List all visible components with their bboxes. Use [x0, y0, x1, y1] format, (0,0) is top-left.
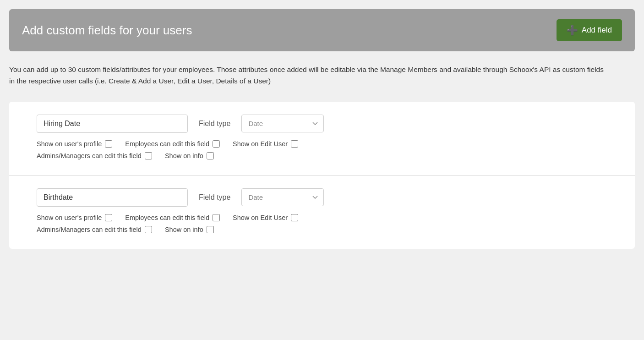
- plus-circle-icon: ➕: [567, 25, 578, 36]
- field-options-row-2: Admins/Managers can edit this field Show…: [37, 152, 607, 159]
- employees-can-edit-option-hiring-date[interactable]: Employees can edit this field: [125, 140, 220, 148]
- show-on-profile-option-hiring-date[interactable]: Show on user's profile: [37, 140, 112, 148]
- show-on-profile-checkbox-birthdate[interactable]: [105, 214, 112, 221]
- admins-can-edit-checkbox-birthdate[interactable]: [145, 226, 152, 233]
- show-on-profile-label: Show on user's profile: [37, 140, 102, 148]
- field-options-row-birthdate-1: Show on user's profile Employees can edi…: [37, 214, 607, 221]
- field-main-row-birthdate: Field type Date Text Number Boolean: [37, 188, 607, 207]
- admins-can-edit-option-birthdate[interactable]: Admins/Managers can edit this field: [37, 226, 152, 233]
- show-on-edit-user-label-birthdate: Show on Edit User: [233, 214, 288, 221]
- show-on-profile-option-birthdate[interactable]: Show on user's profile: [37, 214, 112, 221]
- field-type-label: Field type: [199, 120, 230, 128]
- page-title: Add custom fields for your users: [22, 23, 192, 38]
- employees-can-edit-label: Employees can edit this field: [125, 140, 209, 148]
- show-on-profile-label-birthdate: Show on user's profile: [37, 214, 102, 221]
- add-field-button[interactable]: ➕ Add field: [557, 19, 622, 41]
- field-main-row: Field type Date Text Number Boolean: [37, 115, 607, 133]
- field-type-select-birthdate[interactable]: Date Text Number Boolean: [241, 188, 324, 206]
- employees-can-edit-option-birthdate[interactable]: Employees can edit this field: [125, 214, 220, 221]
- employees-can-edit-label-birthdate: Employees can edit this field: [125, 214, 209, 221]
- header-banner: Add custom fields for your users ➕ Add f…: [9, 9, 635, 51]
- show-on-edit-user-option-birthdate[interactable]: Show on Edit User: [233, 214, 298, 221]
- field-row-hiring-date: Field type Date Text Number Boolean Show…: [9, 102, 635, 175]
- fields-container: Field type Date Text Number Boolean Show…: [9, 102, 635, 249]
- show-on-edit-user-option-hiring-date[interactable]: Show on Edit User: [233, 140, 298, 148]
- admins-can-edit-checkbox-hiring-date[interactable]: [145, 152, 152, 159]
- description-text: You can add up to 30 custom fields/attri…: [9, 64, 605, 87]
- show-on-edit-user-label: Show on Edit User: [233, 140, 288, 148]
- add-field-button-label: Add field: [582, 26, 612, 35]
- page-container: Add custom fields for your users ➕ Add f…: [9, 9, 635, 249]
- show-on-info-label-birthdate: Show on info: [165, 226, 203, 233]
- field-options-row-1: Show on user's profile Employees can edi…: [37, 140, 607, 148]
- show-on-info-option-birthdate[interactable]: Show on info: [165, 226, 214, 233]
- show-on-info-checkbox-birthdate[interactable]: [207, 226, 214, 233]
- employees-can-edit-checkbox-hiring-date[interactable]: [213, 140, 220, 148]
- field-name-input-hiring-date[interactable]: [37, 115, 188, 133]
- field-name-input-birthdate[interactable]: [37, 188, 188, 207]
- show-on-info-label: Show on info: [165, 152, 203, 159]
- field-type-select-hiring-date[interactable]: Date Text Number Boolean: [241, 115, 324, 132]
- admins-can-edit-label-birthdate: Admins/Managers can edit this field: [37, 226, 142, 233]
- field-type-label-birthdate: Field type: [199, 193, 230, 202]
- admins-can-edit-label: Admins/Managers can edit this field: [37, 152, 142, 159]
- show-on-edit-user-checkbox-hiring-date[interactable]: [291, 140, 298, 148]
- show-on-profile-checkbox-hiring-date[interactable]: [105, 140, 112, 148]
- field-options-row-birthdate-2: Admins/Managers can edit this field Show…: [37, 226, 607, 233]
- show-on-info-checkbox-hiring-date[interactable]: [207, 152, 214, 159]
- employees-can-edit-checkbox-birthdate[interactable]: [213, 214, 220, 221]
- admins-can-edit-option-hiring-date[interactable]: Admins/Managers can edit this field: [37, 152, 152, 159]
- show-on-info-option-hiring-date[interactable]: Show on info: [165, 152, 214, 159]
- field-row-birthdate: Field type Date Text Number Boolean Show…: [9, 175, 635, 249]
- show-on-edit-user-checkbox-birthdate[interactable]: [291, 214, 298, 221]
